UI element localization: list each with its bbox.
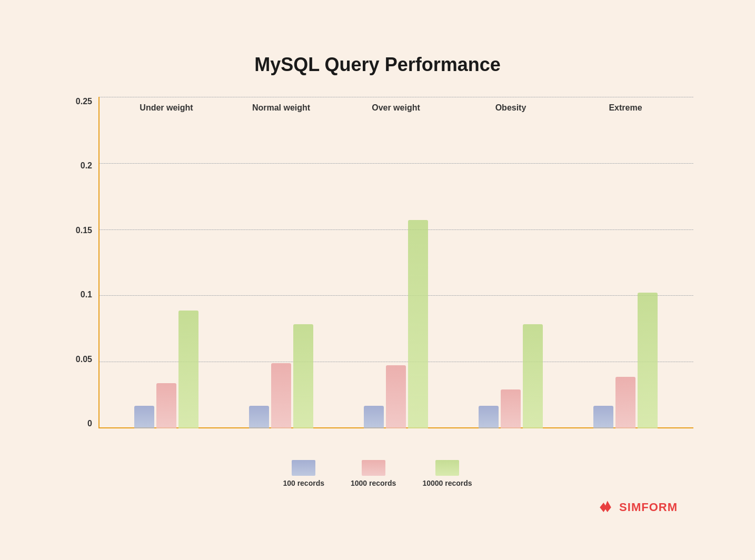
y-label-025: 0.25 <box>76 97 92 106</box>
bar-green-3 <box>523 324 543 428</box>
y-label-020: 0.2 <box>81 161 92 171</box>
bar-red-2 <box>386 365 406 428</box>
legend-item-1000: 1000 records <box>351 460 396 487</box>
bar-green-0 <box>178 311 198 428</box>
chart-title: MySQL Query Performance <box>254 54 501 76</box>
bar-blue-2 <box>364 406 384 428</box>
bars-area <box>98 97 693 428</box>
y-label-015: 0.15 <box>76 226 92 235</box>
bar-red-1 <box>271 363 291 428</box>
logo-area: SIMFORM <box>596 498 678 517</box>
bar-blue-4 <box>593 406 613 428</box>
chart-body: Under weightNormal weightOver weightObes… <box>98 92 693 449</box>
bars-0 <box>134 202 198 428</box>
bar-group-4 <box>568 202 683 428</box>
bar-blue-3 <box>479 406 499 428</box>
legend-swatch-red <box>362 460 385 476</box>
bar-red-0 <box>156 383 176 428</box>
bar-green-2 <box>408 220 428 428</box>
bar-green-1 <box>293 324 313 428</box>
y-label-005: 0.05 <box>76 355 92 364</box>
legend-label-10000: 10000 records <box>422 479 472 487</box>
y-label-000: 0 <box>87 419 92 428</box>
legend-item-100: 100 records <box>283 460 324 487</box>
bar-green-4 <box>638 293 658 428</box>
bar-blue-0 <box>134 406 154 428</box>
bars-3 <box>479 202 543 428</box>
bar-red-3 <box>501 389 521 428</box>
legend: 100 records 1000 records 10000 records <box>283 460 472 487</box>
bar-group-1 <box>224 202 339 428</box>
chart-container: MySQL Query Performance 0.25 0.2 0.15 0.… <box>62 43 693 517</box>
bars-2 <box>364 202 428 428</box>
bar-group-2 <box>339 202 453 428</box>
legend-item-10000: 10000 records <box>422 460 472 487</box>
y-label-010: 0.1 <box>81 290 92 299</box>
legend-swatch-blue <box>292 460 315 476</box>
bar-group-3 <box>453 202 568 428</box>
legend-swatch-green <box>435 460 459 476</box>
legend-label-1000: 1000 records <box>351 479 396 487</box>
bars-4 <box>593 202 658 428</box>
chart-plot: 0.25 0.2 0.15 0.1 0.05 0 <box>62 92 693 449</box>
simform-logo-text: SIMFORM <box>619 501 678 514</box>
bar-red-4 <box>615 377 635 428</box>
chart-area: 0.25 0.2 0.15 0.1 0.05 0 <box>62 92 693 449</box>
bar-group-0 <box>109 202 224 428</box>
legend-label-100: 100 records <box>283 479 324 487</box>
simform-logo-icon <box>596 498 615 517</box>
bars-1 <box>249 202 313 428</box>
bar-blue-1 <box>249 406 269 428</box>
y-axis: 0.25 0.2 0.15 0.1 0.05 0 <box>62 92 98 449</box>
